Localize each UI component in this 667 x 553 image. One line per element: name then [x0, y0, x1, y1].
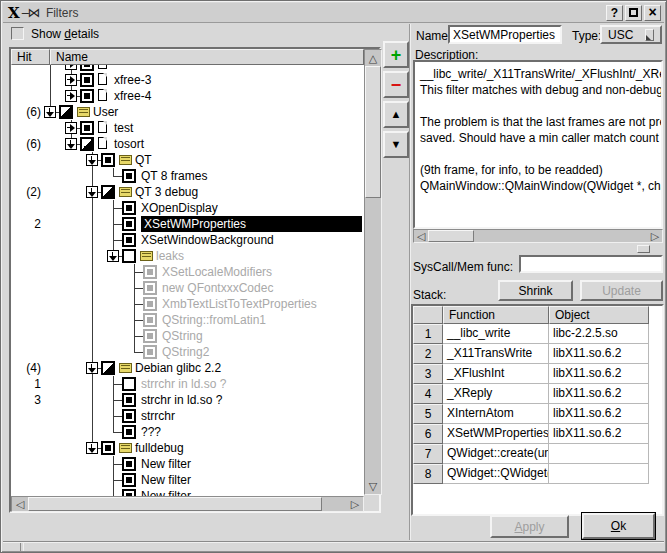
filter-checkbox[interactable]: [122, 473, 136, 487]
tree-row[interactable]: test: [11, 120, 364, 136]
tree-hscroll-thumb[interactable]: [28, 497, 322, 511]
tree-row[interactable]: (4)Debian glibc 2.2: [11, 360, 364, 376]
update-button[interactable]: Update: [580, 280, 663, 301]
add-filter-button[interactable]: +: [383, 41, 409, 68]
scroll-up-icon[interactable]: △: [365, 50, 381, 66]
tree-vscroll-thumb[interactable]: [365, 66, 381, 198]
help-button[interactable]: ?: [606, 5, 623, 21]
collapse-tree-icon[interactable]: [86, 442, 98, 454]
filter-checkbox[interactable]: [122, 233, 136, 247]
collapse-tree-icon[interactable]: [65, 138, 77, 150]
scroll-left-icon[interactable]: ◁: [414, 230, 428, 242]
collapse-tree-icon[interactable]: [86, 362, 98, 374]
filter-checkbox[interactable]: [122, 217, 136, 231]
filter-checkbox[interactable]: [122, 169, 136, 183]
filter-checkbox[interactable]: [122, 377, 136, 391]
tree-horizontal-scrollbar[interactable]: ◁ ▷: [11, 496, 364, 512]
tree-row[interactable]: New filter: [11, 456, 364, 472]
collapse-tree-icon[interactable]: [44, 106, 56, 118]
ok-button[interactable]: Ok: [582, 513, 655, 539]
tree-row[interactable]: 1strrchr in ld.so ?: [11, 376, 364, 392]
filter-checkbox[interactable]: [101, 441, 115, 455]
filter-checkbox[interactable]: [101, 153, 115, 167]
close-button[interactable]: ×: [644, 5, 661, 21]
tree-row[interactable]: New filter: [11, 488, 364, 496]
move-down-button[interactable]: ▼: [383, 131, 409, 158]
filter-checkbox[interactable]: [101, 361, 115, 375]
filter-checkbox[interactable]: [122, 425, 136, 439]
tree-row[interactable]: QT: [11, 152, 364, 168]
tree-row[interactable]: XSetLocaleModifiers: [11, 264, 364, 280]
tree-row[interactable]: 2XSetWMProperties: [11, 216, 364, 232]
stack-header-function[interactable]: Function: [443, 306, 549, 324]
tree-row[interactable]: QString: [11, 328, 364, 344]
filter-checkbox[interactable]: [122, 249, 136, 263]
type-dropdown[interactable]: USC: [600, 25, 662, 44]
tree-row[interactable]: new QFontxxxCodec: [11, 280, 364, 296]
tree-row[interactable]: leaks: [11, 248, 364, 264]
scroll-right-icon[interactable]: ▷: [648, 230, 662, 242]
expand-tree-icon[interactable]: [65, 74, 77, 86]
stack-table-row[interactable]: 5XInternAtomlibX11.so.6.2: [413, 404, 662, 424]
remove-filter-button[interactable]: −: [383, 71, 409, 98]
filter-checkbox[interactable]: [122, 457, 136, 471]
stack-table-row[interactable]: 6XSetWMPropertieslibX11.so.6.2: [413, 424, 662, 444]
splitter-grip[interactable]: [637, 245, 650, 253]
tree-row[interactable]: XSetWindowBackground: [11, 232, 364, 248]
scroll-right-icon[interactable]: ▷: [347, 498, 363, 511]
stack-table-row[interactable]: 8QWidget::QWidget(Q: [413, 464, 662, 484]
filter-checkbox[interactable]: [143, 329, 157, 343]
tree-row[interactable]: XOpenDisplay: [11, 200, 364, 216]
tree-row[interactable]: (6)tosort: [11, 136, 364, 152]
filter-checkbox[interactable]: [143, 281, 157, 295]
filter-checkbox[interactable]: [80, 73, 94, 87]
filter-checkbox[interactable]: [122, 409, 136, 423]
filter-checkbox[interactable]: [80, 65, 94, 71]
tree-row[interactable]: ???: [11, 424, 364, 440]
filter-checkbox[interactable]: [143, 313, 157, 327]
stack-table-row[interactable]: 3_XFlushIntlibX11.so.6.2: [413, 364, 662, 384]
filter-checkbox[interactable]: [80, 137, 94, 151]
filter-checkbox[interactable]: [122, 489, 136, 496]
scroll-left-icon[interactable]: ◁: [12, 498, 28, 511]
filter-checkbox[interactable]: [80, 121, 94, 135]
maximize-button[interactable]: [625, 5, 642, 21]
tree-row[interactable]: QString2: [11, 344, 364, 360]
shrink-button[interactable]: Shrink: [498, 280, 573, 301]
description-textarea[interactable]: __libc_write/_X11TransWrite/_XFlushInt/_…: [413, 60, 663, 229]
description-hscroll-thumb[interactable]: [428, 230, 474, 242]
tree-row[interactable]: (2)QT 3 debug: [11, 184, 364, 200]
expand-tree-icon[interactable]: [65, 122, 77, 134]
description-horizontal-scrollbar[interactable]: ◁ ▷: [413, 229, 663, 243]
filter-checkbox[interactable]: [101, 185, 115, 199]
apply-button[interactable]: Apply: [490, 515, 569, 538]
filter-checkbox[interactable]: [143, 297, 157, 311]
tree-row[interactable]: xfree-3: [11, 72, 364, 88]
filter-checkbox[interactable]: [143, 265, 157, 279]
stack-table-row[interactable]: 1__libc_writelibc-2.2.5.so: [413, 324, 662, 344]
tree-row[interactable]: (6)User: [11, 104, 364, 120]
stack-table-row[interactable]: 2_X11TransWritelibX11.so.6.2: [413, 344, 662, 364]
expand-tree-icon[interactable]: [65, 90, 77, 102]
collapse-tree-icon[interactable]: [86, 186, 98, 198]
tree-row[interactable]: [11, 65, 364, 72]
tree-row[interactable]: strrchr: [11, 408, 364, 424]
filter-checkbox[interactable]: [122, 201, 136, 215]
tree-row[interactable]: QString::fromLatin1: [11, 312, 364, 328]
tree-vertical-scrollbar[interactable]: △ ▽: [364, 49, 382, 495]
show-details-checkbox[interactable]: [11, 27, 24, 40]
stack-table-row[interactable]: 4_XReplylibX11.so.6.2: [413, 384, 662, 404]
tree-row[interactable]: New filter: [11, 472, 364, 488]
tree-row[interactable]: xfree-4: [11, 88, 364, 104]
stack-table-row[interactable]: 7QWidget::create(unsi: [413, 444, 662, 464]
filter-checkbox[interactable]: [80, 89, 94, 103]
collapse-tree-icon[interactable]: [86, 154, 98, 166]
tree-header-name[interactable]: Name: [50, 49, 364, 65]
stack-header-object[interactable]: Object: [549, 306, 649, 324]
expand-tree-icon[interactable]: [65, 65, 77, 70]
filter-checkbox[interactable]: [122, 393, 136, 407]
tree-row[interactable]: 3strchr in ld.so ?: [11, 392, 364, 408]
filter-checkbox[interactable]: [59, 105, 73, 119]
tree-row[interactable]: fulldebug: [11, 440, 364, 456]
collapse-tree-icon[interactable]: [107, 250, 119, 262]
